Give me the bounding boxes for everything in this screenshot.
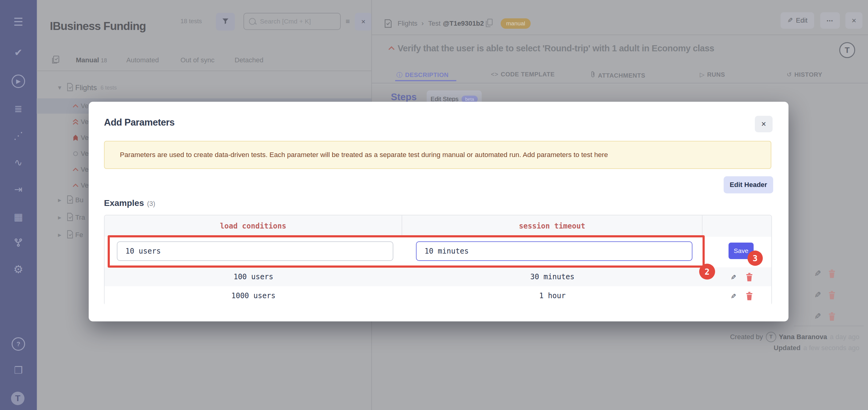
- edit-row-pencil-icon[interactable]: ✎: [731, 272, 736, 282]
- delete-row-trash-icon[interactable]: [746, 292, 753, 302]
- cell-load-conditions: 100 users: [104, 267, 402, 286]
- column-header-actions: [703, 215, 771, 237]
- examples-label: Examples: [104, 198, 144, 208]
- modal-close-button[interactable]: ×: [755, 116, 773, 132]
- cell-load-conditions: 1000 users: [104, 286, 402, 305]
- annotation-badge-3: 3: [747, 250, 763, 266]
- modal-title: Add Parameters: [104, 117, 175, 128]
- examples-table-header: load conditions session timeout: [104, 215, 771, 237]
- column-header-load-conditions: load conditions: [104, 215, 402, 237]
- cell-session-timeout: 30 minutes: [402, 267, 703, 286]
- example-row: 1000 users 1 hour: [104, 286, 771, 305]
- session-timeout-input[interactable]: [416, 241, 692, 261]
- delete-row-trash-icon[interactable]: [746, 273, 753, 283]
- column-header-session-timeout: session timeout: [402, 215, 703, 237]
- examples-table: load conditions session timeout Save 2 3…: [104, 215, 772, 305]
- app-root: ☰ ✔ ▶ ≣ ⋰ ∿ ⇥ ▦ ⚙ ? ❐ T IBusiness Fundin…: [0, 0, 868, 410]
- edit-row-pencil-icon[interactable]: ✎: [731, 291, 736, 301]
- annotation-badge-2: 2: [699, 264, 715, 279]
- edit-header-button[interactable]: Edit Header: [724, 176, 773, 194]
- parameters-info-text: Parameters are used to create data-drive…: [120, 151, 608, 159]
- add-parameters-modal: Add Parameters × Parameters are used to …: [89, 102, 788, 321]
- parameters-info-banner: Parameters are used to create data-drive…: [104, 141, 771, 169]
- load-conditions-input[interactable]: [117, 241, 393, 261]
- examples-count: (3): [147, 200, 155, 207]
- cell-session-timeout: 1 hour: [402, 286, 703, 305]
- example-row: 100 users 30 minutes: [104, 267, 771, 286]
- examples-heading: Examples(3): [104, 198, 155, 208]
